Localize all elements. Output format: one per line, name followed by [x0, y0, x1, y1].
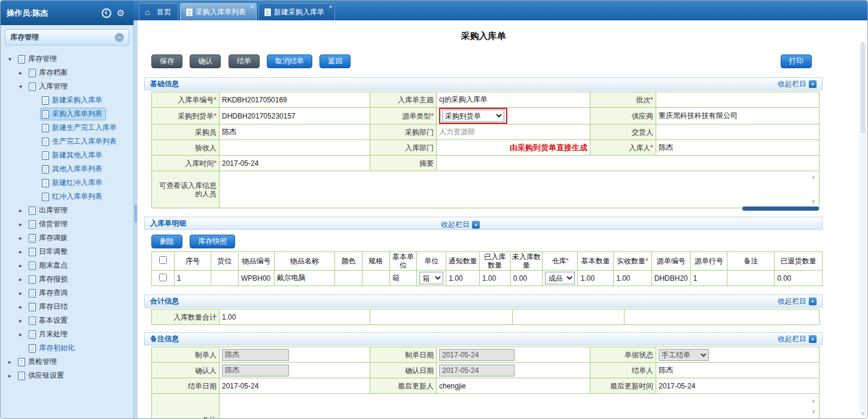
select-all-checkbox[interactable] [159, 256, 167, 264]
section-detail: 入库单明细 收起栏目 删除 库存快照 序号 货位 物品编号 [144, 217, 823, 286]
delete-button[interactable]: 删除 [151, 235, 182, 248]
horizontal-scrollbar-thumb[interactable] [742, 207, 819, 211]
scrollbar-thumb[interactable] [861, 44, 865, 133]
tree-item[interactable]: 库存管理 [1, 52, 133, 66]
collapse-section-link[interactable]: 收起栏目 [778, 334, 817, 344]
scroll-down-icon[interactable] [860, 411, 866, 416]
field-scrollbar[interactable] [811, 175, 815, 204]
tree-item[interactable]: 库存查询 [1, 286, 133, 300]
expand-arrow-icon[interactable] [8, 359, 16, 365]
snapshot-button[interactable]: 库存快照 [190, 235, 235, 248]
tree-item[interactable]: 库存报损 [1, 272, 133, 286]
expand-arrow-icon[interactable] [19, 262, 27, 269]
confirm-button[interactable]: 确认 [190, 54, 221, 68]
settle-button[interactable]: 结单 [229, 54, 260, 68]
tree-item[interactable]: 基本设置 [1, 314, 133, 327]
collapse-panel-icon[interactable] [115, 33, 124, 42]
vertical-scrollbar[interactable] [860, 42, 866, 416]
expand-arrow-icon[interactable] [19, 248, 27, 255]
field-value: 2017-05-24 [656, 378, 820, 394]
warehouse-select[interactable]: 成品 [545, 272, 575, 284]
confirmer-input[interactable] [222, 365, 289, 377]
document-icon [29, 275, 36, 284]
tree-item[interactable]: 月末处理 [1, 327, 133, 341]
tree-item[interactable]: 质检管理 [1, 355, 133, 369]
expand-arrow-icon[interactable] [19, 69, 27, 76]
tree-item[interactable]: 入库管理 [1, 80, 133, 93]
expand-arrow-icon[interactable] [19, 83, 27, 90]
field-scrollbar[interactable] [811, 399, 815, 414]
field-label: 采购员 [152, 125, 220, 140]
tree-item[interactable]: 新建红冲入库单 [1, 176, 133, 190]
expand-arrow-icon[interactable] [8, 56, 16, 62]
main-content: 采购入库单 保存 确认 结单 取消结单 返回 打印 基础信息 收起栏目 入库单编… [138, 20, 867, 418]
expand-arrow-icon[interactable] [19, 303, 27, 310]
close-icon[interactable] [329, 3, 333, 10]
tab-purchase-receipt-list[interactable]: 采购入库单列表 [180, 3, 257, 20]
tree-item[interactable]: 新建其他入库单 [1, 148, 133, 162]
field-value [437, 156, 820, 171]
collapse-section-link[interactable]: 收起栏目 [778, 296, 817, 306]
tree-item[interactable]: 生产完工入库单列表 [1, 135, 133, 148]
scroll-down-icon[interactable] [811, 409, 815, 414]
create-date-input[interactable] [439, 349, 514, 361]
settings-gear-icon[interactable] [117, 8, 127, 19]
expand-arrow-icon[interactable] [19, 235, 27, 241]
collapse-section-link[interactable]: 收起栏目 [441, 220, 480, 230]
tree-item[interactable]: 新建生产完工入库单 [1, 121, 133, 135]
collapse-icon [809, 80, 817, 88]
unit-select[interactable]: 箱 [419, 272, 443, 284]
expand-arrow-icon[interactable] [19, 290, 27, 296]
tree-item[interactable]: 库存日结 [1, 300, 133, 314]
tree-item-selected[interactable]: 采购入库单列表 [1, 107, 133, 121]
column-header: 实收数量* [614, 252, 652, 271]
tree-item[interactable]: 库存档案 [1, 66, 133, 80]
expand-arrow-icon[interactable] [19, 276, 27, 283]
viewers-field[interactable] [220, 171, 820, 208]
tree-item[interactable]: 供应链设置 [1, 369, 133, 382]
print-button[interactable]: 打印 [781, 54, 812, 68]
tree-item[interactable]: 出库管理 [1, 204, 133, 217]
tree-item[interactable]: 库存初始化 [1, 341, 133, 355]
remark-field[interactable] [220, 394, 820, 419]
collapse-section-link[interactable]: 收起栏目 [778, 79, 817, 89]
tree-item[interactable]: 日常调整 [1, 245, 133, 259]
tree-item[interactable]: 红冲入库单列表 [1, 190, 133, 204]
expand-arrow-icon[interactable] [19, 207, 27, 214]
creator-input[interactable] [222, 349, 289, 361]
back-button[interactable]: 返回 [319, 54, 351, 68]
source-type-select[interactable]: 采购到货单 [442, 110, 504, 122]
document-icon [29, 220, 36, 229]
document-icon [29, 262, 36, 270]
sidebar-panel-title: 库存管理 [10, 32, 39, 42]
expand-arrow-icon[interactable] [19, 221, 27, 227]
column-header: 源单行号 [690, 252, 727, 271]
doc-status-select[interactable]: 手工结单 [659, 349, 709, 361]
field-label: 单据状态 [590, 347, 656, 363]
tree-item[interactable]: 借货管理 [1, 217, 133, 231]
splitter-grip-handle[interactable] [135, 205, 137, 223]
tree-item[interactable]: 库存调拨 [1, 231, 133, 245]
expand-arrow-icon[interactable] [19, 331, 27, 338]
tree-item[interactable]: 新建采购入库单 [1, 93, 133, 107]
field-label: 批次* [590, 92, 656, 108]
cancel-settle-button[interactable]: 取消结单 [267, 54, 312, 68]
close-icon[interactable] [251, 3, 254, 10]
tree-item[interactable]: 期末盘点 [1, 259, 133, 272]
section-header: 入库单明细 收起栏目 [144, 217, 823, 230]
row-checkbox[interactable] [159, 274, 167, 281]
scroll-down-icon[interactable] [811, 199, 815, 204]
sidebar-splitter[interactable] [133, 20, 138, 418]
field-label: 最后更新人 [370, 378, 437, 394]
expand-arrow-icon[interactable] [8, 372, 16, 379]
tab-new-purchase-receipt[interactable]: 新建采购入库单 [258, 3, 335, 20]
tab-home[interactable]: 首页 [139, 3, 178, 20]
expand-arrow-icon[interactable] [19, 317, 27, 324]
document-icon [42, 124, 49, 132]
back-icon[interactable] [102, 8, 111, 18]
save-button[interactable]: 保存 [151, 54, 182, 68]
confirm-date-input[interactable] [439, 365, 514, 377]
tree-item[interactable]: 其他入库单列表 [1, 162, 133, 176]
scroll-up-icon[interactable] [811, 175, 815, 180]
scroll-up-icon[interactable] [811, 399, 815, 404]
